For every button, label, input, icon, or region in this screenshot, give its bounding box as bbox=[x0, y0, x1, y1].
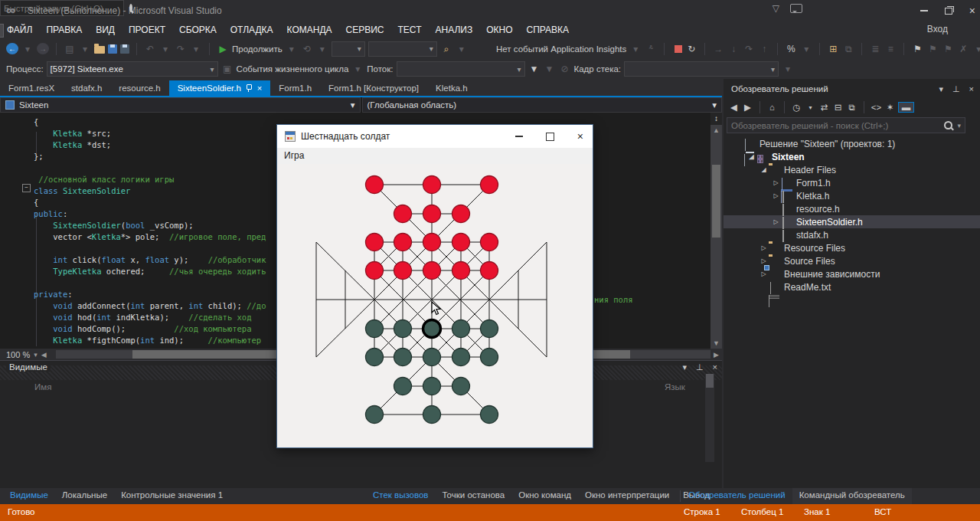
expanded-arrow-icon[interactable]: ◢ bbox=[746, 153, 756, 160]
red-piece[interactable] bbox=[423, 234, 441, 251]
expanded-arrow-icon[interactable]: ◢ bbox=[759, 166, 769, 173]
game-minimize-button[interactable] bbox=[515, 136, 523, 137]
undo-icon[interactable]: ↶ bbox=[144, 44, 156, 54]
green-piece[interactable] bbox=[394, 349, 412, 366]
clear-bookmarks-icon[interactable]: ✗ bbox=[957, 44, 969, 54]
menu-справка[interactable]: СПРАВКА bbox=[519, 22, 576, 38]
split-editor-handle[interactable]: ↕ bbox=[710, 113, 722, 125]
chat-bubble-icon[interactable] bbox=[790, 4, 802, 13]
refresh-icon[interactable]: ⟲ bbox=[301, 44, 313, 54]
tree-item-внешние-зависимости[interactable]: ▷Внешние зависимости bbox=[724, 267, 980, 280]
green-piece[interactable] bbox=[423, 378, 441, 395]
red-piece[interactable] bbox=[481, 262, 498, 280]
red-piece[interactable] bbox=[423, 205, 441, 223]
autos-scroll-thumb[interactable] bbox=[706, 374, 714, 388]
panel-tab-окно-команд[interactable]: Окно команд bbox=[511, 488, 578, 504]
tree-item-form1-h[interactable]: ▷Form1.h bbox=[724, 176, 980, 189]
lifecycle-events-label[interactable]: События жизненного цикла bbox=[237, 64, 349, 74]
game-menu-игра[interactable]: Игра bbox=[277, 148, 311, 164]
view-code-icon[interactable]: <> bbox=[871, 103, 882, 112]
panel-tab-командный-обозреватель[interactable]: Командный обозреватель bbox=[792, 488, 912, 504]
tab-resource.h[interactable]: resource.h bbox=[110, 80, 168, 96]
stop-icon[interactable] bbox=[675, 45, 682, 53]
global-scope-dropdown[interactable]: (Глобальная область) ▾ bbox=[362, 97, 723, 113]
tab-stdafx.h[interactable]: stdafx.h bbox=[63, 80, 110, 96]
panel-tab-контрольные-значения-1[interactable]: Контрольные значения 1 bbox=[114, 488, 230, 504]
thread-label[interactable]: Поток: bbox=[367, 64, 393, 74]
tab-Kletka.h[interactable]: Kletka.h bbox=[427, 80, 476, 96]
red-piece[interactable] bbox=[366, 262, 384, 280]
menu-окно[interactable]: ОКНО bbox=[479, 22, 519, 38]
vertical-scroll-thumb[interactable] bbox=[712, 165, 720, 238]
window-position-icon[interactable]: ▾ bbox=[939, 84, 943, 94]
suppress-icon[interactable]: ⊘ bbox=[559, 64, 571, 74]
output-window-icon[interactable]: ⊞ bbox=[827, 44, 839, 54]
tab-Form1.h[interactable]: Form1.h bbox=[270, 80, 320, 96]
game-close-button[interactable]: × bbox=[577, 130, 583, 143]
lifecycle-events-icon[interactable]: ▣ bbox=[221, 64, 234, 74]
menu-файл[interactable]: ФАЙЛ bbox=[0, 22, 39, 38]
autos-scrollbar[interactable] bbox=[705, 374, 714, 462]
sync-with-active-document-icon[interactable]: ⇄ bbox=[818, 102, 830, 113]
hex-display-icon[interactable]: % bbox=[785, 44, 797, 54]
green-piece[interactable] bbox=[394, 320, 412, 338]
game-maximize-button[interactable] bbox=[546, 133, 554, 141]
menu-команда[interactable]: КОМАНДА bbox=[280, 22, 339, 38]
flag-threads-icon[interactable]: ▼ bbox=[544, 64, 556, 74]
close-tab-icon[interactable]: × bbox=[257, 80, 262, 96]
process-dropdown[interactable]: [5972] Sixteen.exe▾ bbox=[47, 61, 218, 77]
navigate-forward-icon[interactable]: → bbox=[37, 43, 49, 54]
column-language[interactable]: Язык bbox=[665, 382, 685, 392]
step-out-icon[interactable]: ↑ bbox=[758, 44, 770, 54]
editor-zoom-control[interactable]: 100 % ▾ ◀ bbox=[6, 350, 47, 359]
scroll-left-icon[interactable]: ◀ bbox=[41, 351, 47, 359]
next-bookmark-icon[interactable]: ⚑ bbox=[942, 44, 954, 54]
sign-in-link[interactable]: Вход bbox=[927, 24, 948, 34]
menu-вид[interactable]: ВИД bbox=[89, 22, 122, 38]
tree-item-sixteen[interactable]: ◢╬Sixteen bbox=[724, 150, 980, 163]
solution-configurations-dropdown[interactable]: ▾ bbox=[332, 41, 365, 57]
red-piece[interactable] bbox=[394, 205, 412, 223]
tree-item-sixteensoldier-h[interactable]: ▷SixteenSoldier.h bbox=[724, 215, 980, 228]
green-piece[interactable] bbox=[423, 349, 441, 366]
properties-icon[interactable]: ⧉ bbox=[846, 103, 858, 113]
green-piece[interactable] bbox=[452, 320, 470, 338]
tree-item-source-files[interactable]: ▷Source Files bbox=[724, 254, 980, 267]
red-piece[interactable] bbox=[366, 176, 384, 194]
pin-icon[interactable]: ⊥ bbox=[952, 84, 960, 94]
prev-bookmark-icon[interactable]: ⚑ bbox=[926, 44, 939, 54]
redo-icon[interactable]: ↷ bbox=[175, 44, 187, 54]
green-piece[interactable] bbox=[452, 378, 470, 395]
solution-platforms-dropdown[interactable]: ▾ bbox=[368, 41, 437, 57]
red-piece[interactable] bbox=[481, 176, 498, 194]
green-piece[interactable] bbox=[481, 406, 498, 424]
collapsed-arrow-icon[interactable]: ▷ bbox=[771, 179, 781, 186]
panel-tab-локальные[interactable]: Локальные bbox=[55, 488, 114, 504]
new-file-icon[interactable]: ▤ bbox=[64, 44, 76, 54]
collapsed-arrow-icon[interactable]: ▷ bbox=[771, 218, 781, 225]
back-icon[interactable]: ◀ bbox=[728, 102, 740, 113]
red-piece[interactable] bbox=[423, 262, 441, 280]
list-members-icon[interactable]: ≣ bbox=[869, 44, 881, 54]
continue-label[interactable]: Продолжить bbox=[232, 44, 283, 54]
tab-Form1.resX[interactable]: Form1.resX bbox=[0, 80, 63, 96]
minimize-button[interactable] bbox=[920, 10, 928, 11]
restart-icon[interactable]: ↻ bbox=[685, 44, 697, 54]
tab-Form1.h [Конструктор][interactable]: Form1.h [Конструктор] bbox=[320, 80, 427, 96]
tree-item-readme-txt[interactable]: ReadMe.txt bbox=[724, 280, 980, 293]
tree-item-header-files[interactable]: ◢Header Files bbox=[724, 163, 980, 176]
menu-проект[interactable]: ПРОЕКТ bbox=[122, 22, 172, 38]
code-fold-marker[interactable]: − bbox=[22, 184, 31, 192]
step-over-icon[interactable]: ↷ bbox=[743, 44, 755, 54]
collapsed-arrow-icon[interactable]: ▷ bbox=[759, 244, 769, 251]
green-piece[interactable] bbox=[394, 378, 412, 395]
tree-item-resource-files[interactable]: ▷Resource Files bbox=[724, 241, 980, 254]
tree-item-resource-h[interactable]: resource.h bbox=[724, 202, 980, 215]
scroll-down-icon[interactable]: ▼ bbox=[710, 339, 722, 347]
red-piece[interactable] bbox=[394, 234, 412, 251]
red-piece[interactable] bbox=[423, 176, 441, 194]
collapsed-arrow-icon[interactable]: ▷ bbox=[759, 257, 769, 264]
panel-tab-видимые[interactable]: Видимые bbox=[3, 488, 55, 504]
red-piece[interactable] bbox=[366, 234, 384, 251]
save-icon[interactable] bbox=[108, 44, 117, 54]
